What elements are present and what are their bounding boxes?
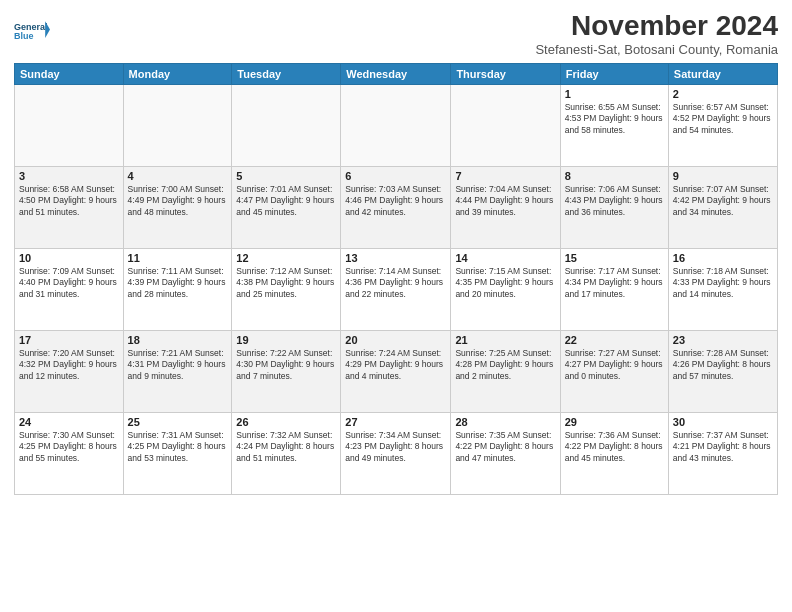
calendar-cell: 20Sunrise: 7:24 AM Sunset: 4:29 PM Dayli… xyxy=(341,331,451,413)
calendar-cell: 27Sunrise: 7:34 AM Sunset: 4:23 PM Dayli… xyxy=(341,413,451,495)
day-number: 24 xyxy=(19,416,119,428)
day-info: Sunrise: 7:06 AM Sunset: 4:43 PM Dayligh… xyxy=(565,184,664,218)
day-info: Sunrise: 7:35 AM Sunset: 4:22 PM Dayligh… xyxy=(455,430,555,464)
logo: General Blue xyxy=(14,14,50,50)
day-info: Sunrise: 7:20 AM Sunset: 4:32 PM Dayligh… xyxy=(19,348,119,382)
calendar-cell: 8Sunrise: 7:06 AM Sunset: 4:43 PM Daylig… xyxy=(560,167,668,249)
day-number: 23 xyxy=(673,334,773,346)
day-number: 25 xyxy=(128,416,228,428)
day-info: Sunrise: 7:04 AM Sunset: 4:44 PM Dayligh… xyxy=(455,184,555,218)
calendar-cell: 16Sunrise: 7:18 AM Sunset: 4:33 PM Dayli… xyxy=(668,249,777,331)
day-info: Sunrise: 7:34 AM Sunset: 4:23 PM Dayligh… xyxy=(345,430,446,464)
week-row-3: 10Sunrise: 7:09 AM Sunset: 4:40 PM Dayli… xyxy=(15,249,778,331)
day-info: Sunrise: 6:58 AM Sunset: 4:50 PM Dayligh… xyxy=(19,184,119,218)
calendar-cell: 22Sunrise: 7:27 AM Sunset: 4:27 PM Dayli… xyxy=(560,331,668,413)
day-info: Sunrise: 7:32 AM Sunset: 4:24 PM Dayligh… xyxy=(236,430,336,464)
day-number: 5 xyxy=(236,170,336,182)
svg-marker-2 xyxy=(45,21,50,38)
calendar-cell: 2Sunrise: 6:57 AM Sunset: 4:52 PM Daylig… xyxy=(668,85,777,167)
logo-svg: General Blue xyxy=(14,14,50,50)
day-info: Sunrise: 7:01 AM Sunset: 4:47 PM Dayligh… xyxy=(236,184,336,218)
calendar-cell: 30Sunrise: 7:37 AM Sunset: 4:21 PM Dayli… xyxy=(668,413,777,495)
day-number: 7 xyxy=(455,170,555,182)
day-info: Sunrise: 7:07 AM Sunset: 4:42 PM Dayligh… xyxy=(673,184,773,218)
week-row-1: 1Sunrise: 6:55 AM Sunset: 4:53 PM Daylig… xyxy=(15,85,778,167)
day-info: Sunrise: 7:03 AM Sunset: 4:46 PM Dayligh… xyxy=(345,184,446,218)
calendar-cell xyxy=(451,85,560,167)
calendar-cell: 18Sunrise: 7:21 AM Sunset: 4:31 PM Dayli… xyxy=(123,331,232,413)
calendar-cell: 6Sunrise: 7:03 AM Sunset: 4:46 PM Daylig… xyxy=(341,167,451,249)
day-info: Sunrise: 7:25 AM Sunset: 4:28 PM Dayligh… xyxy=(455,348,555,382)
svg-text:Blue: Blue xyxy=(14,31,34,41)
calendar-cell: 28Sunrise: 7:35 AM Sunset: 4:22 PM Dayli… xyxy=(451,413,560,495)
header-sunday: Sunday xyxy=(15,64,124,85)
calendar-cell: 10Sunrise: 7:09 AM Sunset: 4:40 PM Dayli… xyxy=(15,249,124,331)
day-info: Sunrise: 7:28 AM Sunset: 4:26 PM Dayligh… xyxy=(673,348,773,382)
day-info: Sunrise: 7:09 AM Sunset: 4:40 PM Dayligh… xyxy=(19,266,119,300)
day-number: 28 xyxy=(455,416,555,428)
calendar-cell xyxy=(232,85,341,167)
header: General Blue November 2024 Stefanesti-Sa… xyxy=(14,10,778,57)
day-number: 14 xyxy=(455,252,555,264)
day-info: Sunrise: 7:24 AM Sunset: 4:29 PM Dayligh… xyxy=(345,348,446,382)
header-friday: Friday xyxy=(560,64,668,85)
calendar-cell: 24Sunrise: 7:30 AM Sunset: 4:25 PM Dayli… xyxy=(15,413,124,495)
calendar-header-row: SundayMondayTuesdayWednesdayThursdayFrid… xyxy=(15,64,778,85)
header-thursday: Thursday xyxy=(451,64,560,85)
calendar-cell: 4Sunrise: 7:00 AM Sunset: 4:49 PM Daylig… xyxy=(123,167,232,249)
calendar-cell: 15Sunrise: 7:17 AM Sunset: 4:34 PM Dayli… xyxy=(560,249,668,331)
svg-text:General: General xyxy=(14,22,48,32)
day-info: Sunrise: 7:14 AM Sunset: 4:36 PM Dayligh… xyxy=(345,266,446,300)
day-info: Sunrise: 7:27 AM Sunset: 4:27 PM Dayligh… xyxy=(565,348,664,382)
calendar-cell: 13Sunrise: 7:14 AM Sunset: 4:36 PM Dayli… xyxy=(341,249,451,331)
calendar-table: SundayMondayTuesdayWednesdayThursdayFrid… xyxy=(14,63,778,495)
day-info: Sunrise: 7:31 AM Sunset: 4:25 PM Dayligh… xyxy=(128,430,228,464)
day-info: Sunrise: 7:15 AM Sunset: 4:35 PM Dayligh… xyxy=(455,266,555,300)
calendar-cell: 23Sunrise: 7:28 AM Sunset: 4:26 PM Dayli… xyxy=(668,331,777,413)
day-number: 30 xyxy=(673,416,773,428)
day-number: 29 xyxy=(565,416,664,428)
day-info: Sunrise: 7:00 AM Sunset: 4:49 PM Dayligh… xyxy=(128,184,228,218)
day-number: 4 xyxy=(128,170,228,182)
calendar-cell: 1Sunrise: 6:55 AM Sunset: 4:53 PM Daylig… xyxy=(560,85,668,167)
calendar-cell xyxy=(15,85,124,167)
day-info: Sunrise: 7:12 AM Sunset: 4:38 PM Dayligh… xyxy=(236,266,336,300)
day-number: 10 xyxy=(19,252,119,264)
calendar-cell: 11Sunrise: 7:11 AM Sunset: 4:39 PM Dayli… xyxy=(123,249,232,331)
week-row-5: 24Sunrise: 7:30 AM Sunset: 4:25 PM Dayli… xyxy=(15,413,778,495)
month-title: November 2024 xyxy=(535,10,778,42)
day-info: Sunrise: 7:37 AM Sunset: 4:21 PM Dayligh… xyxy=(673,430,773,464)
day-number: 6 xyxy=(345,170,446,182)
day-number: 16 xyxy=(673,252,773,264)
day-info: Sunrise: 7:30 AM Sunset: 4:25 PM Dayligh… xyxy=(19,430,119,464)
calendar-cell: 17Sunrise: 7:20 AM Sunset: 4:32 PM Dayli… xyxy=(15,331,124,413)
day-number: 27 xyxy=(345,416,446,428)
day-info: Sunrise: 6:55 AM Sunset: 4:53 PM Dayligh… xyxy=(565,102,664,136)
day-number: 1 xyxy=(565,88,664,100)
day-number: 9 xyxy=(673,170,773,182)
day-number: 20 xyxy=(345,334,446,346)
day-number: 8 xyxy=(565,170,664,182)
day-number: 3 xyxy=(19,170,119,182)
day-number: 26 xyxy=(236,416,336,428)
header-saturday: Saturday xyxy=(668,64,777,85)
day-info: Sunrise: 7:11 AM Sunset: 4:39 PM Dayligh… xyxy=(128,266,228,300)
calendar-cell: 7Sunrise: 7:04 AM Sunset: 4:44 PM Daylig… xyxy=(451,167,560,249)
day-number: 17 xyxy=(19,334,119,346)
day-number: 15 xyxy=(565,252,664,264)
day-info: Sunrise: 6:57 AM Sunset: 4:52 PM Dayligh… xyxy=(673,102,773,136)
calendar-cell: 14Sunrise: 7:15 AM Sunset: 4:35 PM Dayli… xyxy=(451,249,560,331)
day-info: Sunrise: 7:18 AM Sunset: 4:33 PM Dayligh… xyxy=(673,266,773,300)
calendar-cell: 21Sunrise: 7:25 AM Sunset: 4:28 PM Dayli… xyxy=(451,331,560,413)
day-number: 13 xyxy=(345,252,446,264)
week-row-2: 3Sunrise: 6:58 AM Sunset: 4:50 PM Daylig… xyxy=(15,167,778,249)
calendar-cell: 19Sunrise: 7:22 AM Sunset: 4:30 PM Dayli… xyxy=(232,331,341,413)
week-row-4: 17Sunrise: 7:20 AM Sunset: 4:32 PM Dayli… xyxy=(15,331,778,413)
subtitle: Stefanesti-Sat, Botosani County, Romania xyxy=(535,42,778,57)
day-number: 12 xyxy=(236,252,336,264)
day-info: Sunrise: 7:21 AM Sunset: 4:31 PM Dayligh… xyxy=(128,348,228,382)
calendar-cell: 26Sunrise: 7:32 AM Sunset: 4:24 PM Dayli… xyxy=(232,413,341,495)
calendar-cell: 12Sunrise: 7:12 AM Sunset: 4:38 PM Dayli… xyxy=(232,249,341,331)
calendar-cell: 29Sunrise: 7:36 AM Sunset: 4:22 PM Dayli… xyxy=(560,413,668,495)
day-number: 19 xyxy=(236,334,336,346)
